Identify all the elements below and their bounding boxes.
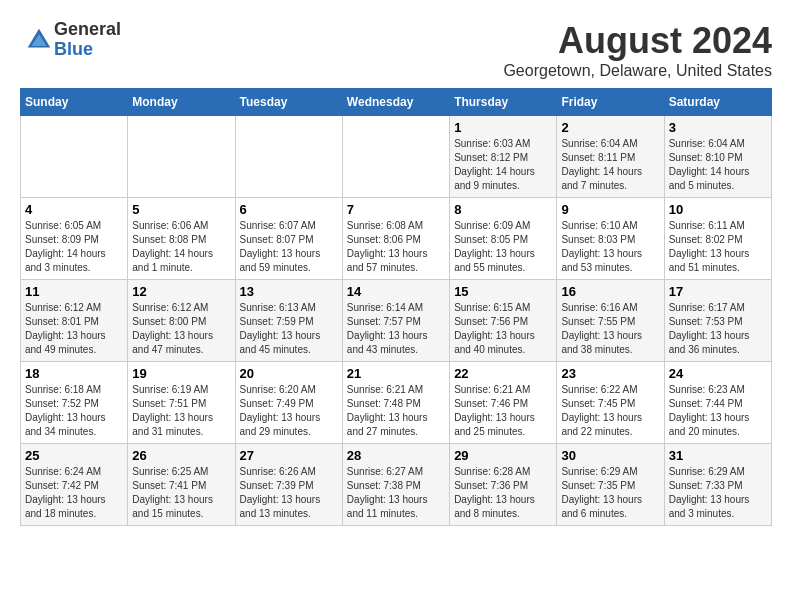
day-number: 13	[240, 284, 338, 299]
calendar-cell: 28Sunrise: 6:27 AM Sunset: 7:38 PM Dayli…	[342, 444, 449, 526]
day-number: 12	[132, 284, 230, 299]
day-info: Sunrise: 6:27 AM Sunset: 7:38 PM Dayligh…	[347, 465, 445, 521]
column-header-thursday: Thursday	[450, 89, 557, 116]
day-info: Sunrise: 6:12 AM Sunset: 8:01 PM Dayligh…	[25, 301, 123, 357]
calendar-cell: 15Sunrise: 6:15 AM Sunset: 7:56 PM Dayli…	[450, 280, 557, 362]
day-number: 5	[132, 202, 230, 217]
header-row: SundayMondayTuesdayWednesdayThursdayFrid…	[21, 89, 772, 116]
calendar-cell: 10Sunrise: 6:11 AM Sunset: 8:02 PM Dayli…	[664, 198, 771, 280]
day-info: Sunrise: 6:03 AM Sunset: 8:12 PM Dayligh…	[454, 137, 552, 193]
week-row-2: 4Sunrise: 6:05 AM Sunset: 8:09 PM Daylig…	[21, 198, 772, 280]
week-row-3: 11Sunrise: 6:12 AM Sunset: 8:01 PM Dayli…	[21, 280, 772, 362]
calendar-cell: 13Sunrise: 6:13 AM Sunset: 7:59 PM Dayli…	[235, 280, 342, 362]
day-number: 23	[561, 366, 659, 381]
column-header-sunday: Sunday	[21, 89, 128, 116]
calendar-cell: 25Sunrise: 6:24 AM Sunset: 7:42 PM Dayli…	[21, 444, 128, 526]
day-number: 30	[561, 448, 659, 463]
day-number: 20	[240, 366, 338, 381]
calendar-cell: 12Sunrise: 6:12 AM Sunset: 8:00 PM Dayli…	[128, 280, 235, 362]
day-info: Sunrise: 6:24 AM Sunset: 7:42 PM Dayligh…	[25, 465, 123, 521]
day-info: Sunrise: 6:22 AM Sunset: 7:45 PM Dayligh…	[561, 383, 659, 439]
day-info: Sunrise: 6:05 AM Sunset: 8:09 PM Dayligh…	[25, 219, 123, 275]
day-number: 19	[132, 366, 230, 381]
calendar-cell: 6Sunrise: 6:07 AM Sunset: 8:07 PM Daylig…	[235, 198, 342, 280]
calendar-cell: 26Sunrise: 6:25 AM Sunset: 7:41 PM Dayli…	[128, 444, 235, 526]
calendar-cell: 19Sunrise: 6:19 AM Sunset: 7:51 PM Dayli…	[128, 362, 235, 444]
day-info: Sunrise: 6:15 AM Sunset: 7:56 PM Dayligh…	[454, 301, 552, 357]
day-info: Sunrise: 6:19 AM Sunset: 7:51 PM Dayligh…	[132, 383, 230, 439]
week-row-5: 25Sunrise: 6:24 AM Sunset: 7:42 PM Dayli…	[21, 444, 772, 526]
column-header-monday: Monday	[128, 89, 235, 116]
logo: General Blue	[20, 20, 121, 60]
calendar-cell: 1Sunrise: 6:03 AM Sunset: 8:12 PM Daylig…	[450, 116, 557, 198]
day-number: 25	[25, 448, 123, 463]
calendar-cell: 17Sunrise: 6:17 AM Sunset: 7:53 PM Dayli…	[664, 280, 771, 362]
calendar-cell	[342, 116, 449, 198]
column-header-saturday: Saturday	[664, 89, 771, 116]
day-number: 4	[25, 202, 123, 217]
day-number: 22	[454, 366, 552, 381]
day-number: 10	[669, 202, 767, 217]
day-info: Sunrise: 6:29 AM Sunset: 7:35 PM Dayligh…	[561, 465, 659, 521]
day-number: 11	[25, 284, 123, 299]
day-info: Sunrise: 6:16 AM Sunset: 7:55 PM Dayligh…	[561, 301, 659, 357]
day-info: Sunrise: 6:21 AM Sunset: 7:48 PM Dayligh…	[347, 383, 445, 439]
day-number: 2	[561, 120, 659, 135]
day-number: 24	[669, 366, 767, 381]
calendar-cell: 21Sunrise: 6:21 AM Sunset: 7:48 PM Dayli…	[342, 362, 449, 444]
day-info: Sunrise: 6:09 AM Sunset: 8:05 PM Dayligh…	[454, 219, 552, 275]
calendar-cell: 18Sunrise: 6:18 AM Sunset: 7:52 PM Dayli…	[21, 362, 128, 444]
month-title: August 2024	[503, 20, 772, 62]
day-info: Sunrise: 6:18 AM Sunset: 7:52 PM Dayligh…	[25, 383, 123, 439]
logo-blue-text: Blue	[54, 40, 121, 60]
day-info: Sunrise: 6:11 AM Sunset: 8:02 PM Dayligh…	[669, 219, 767, 275]
day-number: 27	[240, 448, 338, 463]
day-number: 21	[347, 366, 445, 381]
day-info: Sunrise: 6:10 AM Sunset: 8:03 PM Dayligh…	[561, 219, 659, 275]
calendar-cell	[235, 116, 342, 198]
calendar-cell: 4Sunrise: 6:05 AM Sunset: 8:09 PM Daylig…	[21, 198, 128, 280]
day-number: 7	[347, 202, 445, 217]
day-number: 14	[347, 284, 445, 299]
day-number: 3	[669, 120, 767, 135]
day-number: 17	[669, 284, 767, 299]
calendar-table: SundayMondayTuesdayWednesdayThursdayFrid…	[20, 88, 772, 526]
week-row-4: 18Sunrise: 6:18 AM Sunset: 7:52 PM Dayli…	[21, 362, 772, 444]
calendar-cell: 11Sunrise: 6:12 AM Sunset: 8:01 PM Dayli…	[21, 280, 128, 362]
day-number: 26	[132, 448, 230, 463]
column-header-friday: Friday	[557, 89, 664, 116]
day-info: Sunrise: 6:12 AM Sunset: 8:00 PM Dayligh…	[132, 301, 230, 357]
day-info: Sunrise: 6:20 AM Sunset: 7:49 PM Dayligh…	[240, 383, 338, 439]
day-info: Sunrise: 6:04 AM Sunset: 8:11 PM Dayligh…	[561, 137, 659, 193]
day-number: 16	[561, 284, 659, 299]
day-info: Sunrise: 6:08 AM Sunset: 8:06 PM Dayligh…	[347, 219, 445, 275]
day-number: 29	[454, 448, 552, 463]
calendar-cell: 2Sunrise: 6:04 AM Sunset: 8:11 PM Daylig…	[557, 116, 664, 198]
calendar-cell: 14Sunrise: 6:14 AM Sunset: 7:57 PM Dayli…	[342, 280, 449, 362]
day-info: Sunrise: 6:13 AM Sunset: 7:59 PM Dayligh…	[240, 301, 338, 357]
calendar-cell: 29Sunrise: 6:28 AM Sunset: 7:36 PM Dayli…	[450, 444, 557, 526]
page-header: General Blue August 2024 Georgetown, Del…	[20, 20, 772, 80]
day-number: 1	[454, 120, 552, 135]
day-info: Sunrise: 6:29 AM Sunset: 7:33 PM Dayligh…	[669, 465, 767, 521]
day-info: Sunrise: 6:17 AM Sunset: 7:53 PM Dayligh…	[669, 301, 767, 357]
week-row-1: 1Sunrise: 6:03 AM Sunset: 8:12 PM Daylig…	[21, 116, 772, 198]
title-area: August 2024 Georgetown, Delaware, United…	[503, 20, 772, 80]
calendar-cell: 23Sunrise: 6:22 AM Sunset: 7:45 PM Dayli…	[557, 362, 664, 444]
calendar-cell: 7Sunrise: 6:08 AM Sunset: 8:06 PM Daylig…	[342, 198, 449, 280]
day-number: 9	[561, 202, 659, 217]
calendar-cell: 3Sunrise: 6:04 AM Sunset: 8:10 PM Daylig…	[664, 116, 771, 198]
day-info: Sunrise: 6:07 AM Sunset: 8:07 PM Dayligh…	[240, 219, 338, 275]
calendar-cell: 16Sunrise: 6:16 AM Sunset: 7:55 PM Dayli…	[557, 280, 664, 362]
day-info: Sunrise: 6:06 AM Sunset: 8:08 PM Dayligh…	[132, 219, 230, 275]
day-number: 8	[454, 202, 552, 217]
day-info: Sunrise: 6:23 AM Sunset: 7:44 PM Dayligh…	[669, 383, 767, 439]
day-info: Sunrise: 6:25 AM Sunset: 7:41 PM Dayligh…	[132, 465, 230, 521]
day-info: Sunrise: 6:21 AM Sunset: 7:46 PM Dayligh…	[454, 383, 552, 439]
day-info: Sunrise: 6:28 AM Sunset: 7:36 PM Dayligh…	[454, 465, 552, 521]
calendar-cell: 22Sunrise: 6:21 AM Sunset: 7:46 PM Dayli…	[450, 362, 557, 444]
day-number: 31	[669, 448, 767, 463]
day-number: 6	[240, 202, 338, 217]
day-info: Sunrise: 6:26 AM Sunset: 7:39 PM Dayligh…	[240, 465, 338, 521]
day-number: 18	[25, 366, 123, 381]
